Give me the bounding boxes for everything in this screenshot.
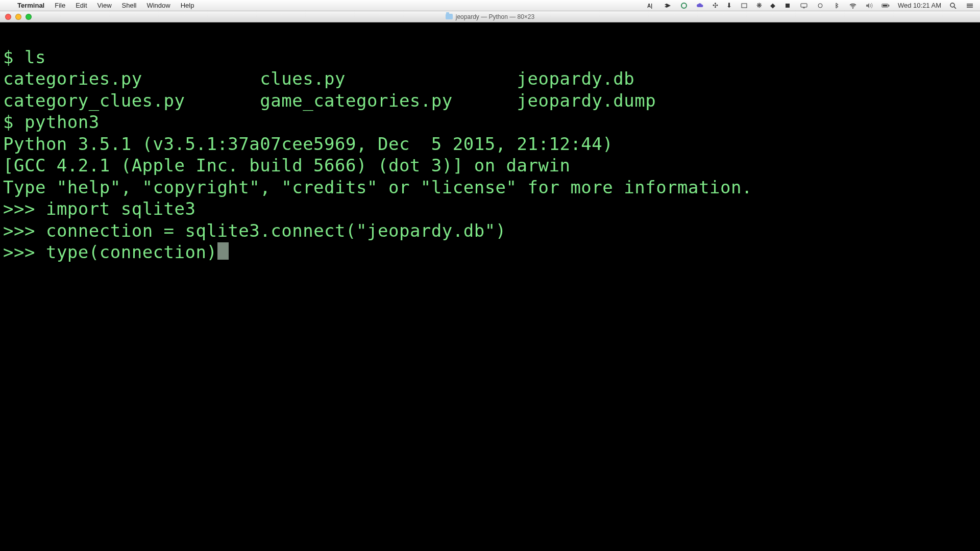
spotlight-icon[interactable] xyxy=(949,3,958,9)
gear-icon[interactable]: ✣ xyxy=(713,2,718,9)
ls-file: clues.py xyxy=(260,68,346,89)
menubar-item-file[interactable]: File xyxy=(50,0,70,11)
svg-text:A|: A| xyxy=(647,3,652,9)
svg-rect-9 xyxy=(889,5,890,6)
download-icon[interactable]: ⬇︎ xyxy=(726,2,732,9)
battery-icon[interactable] xyxy=(881,3,890,9)
ls-file: categories.py xyxy=(3,68,142,89)
svg-point-1 xyxy=(681,3,687,8)
menubar-clock[interactable]: Wed 10:21 AM xyxy=(898,2,941,9)
svg-point-7 xyxy=(852,8,853,9)
ls-file: game_categories.py xyxy=(260,90,452,111)
menubar-status-area: A| ✣ ⬇︎ ❋ ◆ Wed 10:21 AM xyxy=(647,2,980,9)
square-icon[interactable] xyxy=(783,3,792,9)
folder-icon xyxy=(446,14,453,19)
menubar-item-help[interactable]: Help xyxy=(176,0,200,11)
drop-icon[interactable]: ◆ xyxy=(770,2,775,9)
notification-center-icon[interactable] xyxy=(966,3,974,9)
svg-rect-4 xyxy=(801,4,807,7)
menubar-item-view[interactable]: View xyxy=(92,0,117,11)
ls-file: jeopardy.dump xyxy=(517,90,656,111)
terminal-viewport[interactable]: $ ls categories.py clues.py jeopardy.db … xyxy=(0,22,980,551)
circle-icon[interactable] xyxy=(816,3,824,9)
ls-file: category_clues.py xyxy=(3,90,185,111)
menubar-item-shell[interactable]: Shell xyxy=(117,0,142,11)
mac-menubar: Terminal File Edit View Shell Window Hel… xyxy=(0,0,980,11)
svg-rect-5 xyxy=(803,8,805,8)
svg-rect-10 xyxy=(883,5,887,6)
window-zoom-button[interactable] xyxy=(26,14,32,20)
window-close-button[interactable] xyxy=(5,14,11,20)
menubar-app-name[interactable]: Terminal xyxy=(12,0,50,11)
volume-icon[interactable] xyxy=(865,3,873,9)
svg-point-11 xyxy=(950,3,954,7)
svg-point-6 xyxy=(818,4,822,8)
sync-icon[interactable] xyxy=(680,3,688,9)
window-title-text: jeopardy — Python — 80×23 xyxy=(456,13,534,20)
box-icon[interactable] xyxy=(740,3,748,9)
bluetooth-icon[interactable] xyxy=(832,3,841,9)
terminal-output: $ ls categories.py clues.py jeopardy.db … xyxy=(3,46,977,263)
wifi-icon[interactable] xyxy=(849,3,857,9)
svg-rect-2 xyxy=(742,4,747,8)
display-icon[interactable] xyxy=(800,3,808,9)
dropbox-icon[interactable] xyxy=(664,3,672,9)
ls-file: jeopardy.db xyxy=(517,68,635,89)
terminal-titlebar: jeopardy — Python — 80×23 xyxy=(0,11,980,22)
menubar-left: Terminal File Edit View Shell Window Hel… xyxy=(0,0,199,11)
cloud-icon[interactable] xyxy=(696,3,704,9)
terminal-cursor xyxy=(217,242,228,260)
svg-rect-3 xyxy=(786,4,790,8)
menubar-item-window[interactable]: Window xyxy=(141,0,175,11)
svg-line-12 xyxy=(954,7,956,9)
adobe-icon[interactable]: A| xyxy=(647,3,655,9)
menubar-item-edit[interactable]: Edit xyxy=(70,0,92,11)
window-controls xyxy=(0,14,32,20)
fan-icon[interactable]: ❋ xyxy=(756,2,762,9)
window-title: jeopardy — Python — 80×23 xyxy=(0,13,980,20)
window-minimize-button[interactable] xyxy=(15,14,21,20)
